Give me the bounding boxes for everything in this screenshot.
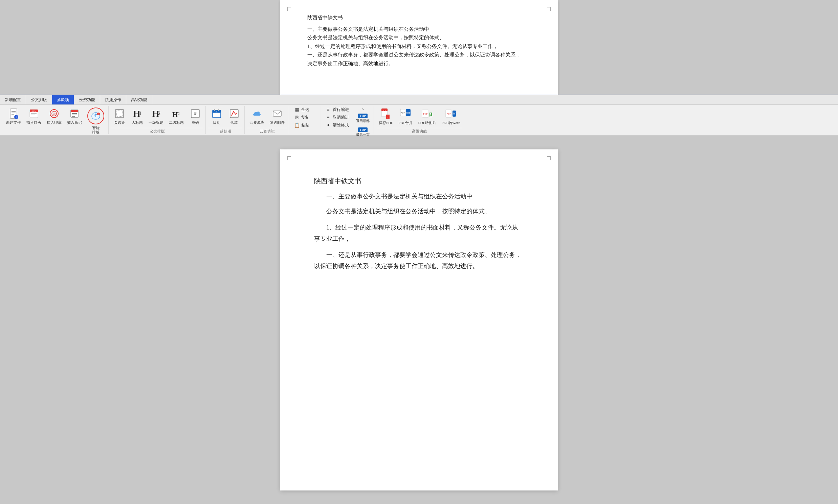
top-doc-line-1: 一、主要做事公务文书是法定机关与组织在公务活动中 — [307, 25, 531, 34]
toolbar: 新增配置 公文排版 落款项 云资功能 快捷操作 高级功能 — [0, 95, 838, 136]
clear-format-button[interactable]: ✦ 清除格式 — [323, 122, 351, 129]
cloud-items: 云资源库 发送邮件 — [247, 106, 287, 127]
h3-icon: H 2 — [170, 108, 183, 120]
main-area: 陕西省中铁文书 一、主要做事公务文书是法定机关与组织在公务活动中 公务文书是法定… — [0, 136, 838, 504]
clear-format-label: 清除格式 — [333, 122, 349, 128]
copy-label: 复制 — [301, 114, 309, 120]
insert-stamp-button[interactable]: 印 插入印章 — [45, 106, 64, 126]
date-button[interactable]: 31 日期 — [208, 106, 225, 126]
insert-note-button[interactable]: 插入版记 — [65, 106, 84, 126]
top-doc-text: 陕西省中铁文书 一、主要做事公务文书是法定机关与组织在公务活动中 公务文书是法定… — [307, 14, 531, 68]
insert-stamp-label: 插入印章 — [47, 120, 62, 125]
date-icon: 31 — [210, 108, 223, 120]
cloud-res-button[interactable]: 云资源库 — [247, 106, 267, 126]
quick-items: ▦ 全选 ⎘ 复制 📋 粘贴 ≡ 首行缩进 — [292, 106, 372, 139]
svg-text:↓: ↓ — [387, 115, 389, 118]
doc-title: 陕西省中铁文书 — [314, 177, 524, 185]
save-pdf-button[interactable]: PDF ↓ 保存PDF — [377, 106, 395, 127]
return-top-label: 返回顶部 — [356, 119, 370, 123]
return-top-button[interactable]: ⌃ TOP 返回顶部 — [354, 106, 372, 125]
h1-label: 大标题 — [132, 120, 143, 125]
top-document-partial: 陕西省中铁文书 一、主要做事公务文书是法定机关与组织在公务活动中 公务文书是法定… — [280, 0, 558, 95]
doc-format-items: 页边距 H 1 大标题 H — [112, 106, 203, 127]
margin-icon — [114, 108, 125, 120]
clear-format-icon: ✦ — [325, 122, 331, 128]
closing-items: 31 日期 — [208, 106, 242, 127]
top-doc-line-5: 决定事务使工作正确地、高效地进行。 — [307, 59, 531, 68]
tab-doc-format[interactable]: 公文排版 — [26, 95, 52, 105]
toolbar-group-cloud: 云资源库 发送邮件 云资功能 — [245, 106, 289, 134]
first-indent-label: 首行缩进 — [333, 107, 349, 112]
h3-button[interactable]: H 2 二级标题 — [167, 106, 186, 126]
doc-corner-tl — [287, 156, 291, 160]
tab-quick[interactable]: 快捷操作 — [100, 95, 126, 105]
signature-button[interactable]: 落款 — [226, 106, 242, 126]
doc-section-1: 一、主要做事公务文书是法定机关与组织在公务活动中 — [314, 192, 524, 200]
page-num-button[interactable]: # 页码 — [187, 106, 203, 126]
cloud-res-icon — [251, 108, 263, 120]
top-doc-title: 陕西省中铁文书 — [307, 14, 531, 22]
cloud-res-label: 云资源库 — [250, 120, 264, 125]
insert-red-head-label: 插入红头 — [27, 120, 41, 125]
pdf-to-img-button[interactable]: PDF PDF转图片 — [416, 106, 438, 127]
toolbar-tabs: 新增配置 公文排版 落款项 云资功能 快捷操作 高级功能 — [0, 95, 838, 105]
insert-stamp-icon: 印 — [48, 108, 60, 120]
h2-label: 一级标题 — [149, 120, 164, 125]
page-num-label: 页码 — [191, 120, 199, 125]
page-num-icon: # — [189, 108, 201, 120]
svg-text:PDF: PDF — [406, 111, 411, 114]
margin-button[interactable]: 页边距 — [112, 106, 127, 126]
svg-text:印: 印 — [53, 112, 55, 115]
svg-text:!: ! — [98, 113, 99, 115]
svg-point-53 — [430, 113, 431, 114]
svg-point-38 — [214, 109, 215, 111]
cancel-indent-button[interactable]: ≡ 取消缩进 — [323, 114, 351, 121]
new-file-button[interactable]: + 新建文件 — [4, 106, 23, 126]
h3-label: 二级标题 — [169, 120, 184, 125]
corner-mark-tr — [547, 7, 551, 11]
top-doc-line-2: 公务文书是法定机关与组织在公务活动中，按照特定的体式、 — [307, 34, 531, 42]
svg-text:PDF: PDF — [423, 112, 428, 115]
date-label: 日期 — [213, 120, 220, 125]
doc-para-1: 公务文书是法定机关与组织在公务活动中，按照特定的体式、 — [314, 206, 524, 217]
svg-point-39 — [218, 109, 219, 111]
tab-new-config[interactable]: 新增配置 — [0, 95, 26, 105]
paste-icon: 📋 — [294, 122, 300, 128]
paste-button[interactable]: 📋 粘贴 — [292, 122, 319, 129]
first-indent-button[interactable]: ≡ 首行缩进 — [323, 106, 351, 113]
margin-label: 页边距 — [114, 120, 125, 125]
h1-button[interactable]: H 1 大标题 — [129, 106, 145, 126]
svg-text:#: # — [194, 111, 196, 116]
pdf-merge-button[interactable]: PDF PDF PDF合并 — [396, 106, 415, 127]
doc-corner-tr — [547, 156, 551, 160]
pdf-to-img-label: PDF转图片 — [418, 120, 436, 125]
copy-icon: ⎘ — [294, 115, 300, 120]
select-all-label: 全选 — [301, 107, 309, 112]
tab-closing[interactable]: 落款项 — [52, 95, 74, 105]
h2-button[interactable]: H 2 一级标题 — [147, 106, 166, 126]
tab-cloud[interactable]: 云资功能 — [74, 95, 100, 105]
cloud-group-label: 云资功能 — [247, 128, 287, 134]
closing-group-label: 落款项 — [208, 128, 242, 134]
pdf-to-word-button[interactable]: PDF W PDF转Word — [440, 106, 462, 127]
send-email-button[interactable]: 发送邮件 — [268, 106, 287, 126]
smart-layout-button[interactable]: ! 智能排版 — [85, 106, 106, 136]
toolbar-group-doc-format: 页边距 H 1 大标题 H — [109, 106, 206, 134]
insert-note-label: 插入版记 — [67, 120, 82, 125]
top-doc-area: 陕西省中铁文书 一、主要做事公务文书是法定机关与组织在公务活动中 公务文书是法定… — [0, 0, 838, 95]
smart-layout-circle: ! — [87, 108, 104, 124]
top-doc-line-3: 1、经过一定的处理程序形成和使用的书面材料，又称公务文件。无论从事专业工作， — [307, 42, 531, 51]
svg-text:插入: 插入 — [32, 110, 36, 113]
main-document: 陕西省中铁文书 一、主要做事公务文书是法定机关与组织在公务活动中 公务文书是法定… — [280, 149, 558, 490]
tab-advanced[interactable]: 高级功能 — [126, 95, 152, 105]
doc-para-3: 一、还是从事行政事务，都要学会通过公文来传达政令政策、处理公务，以保证协调各种关… — [314, 250, 524, 271]
copy-button[interactable]: ⎘ 复制 — [292, 114, 319, 121]
new-config-items: + 新建文件 插入 — [4, 106, 106, 136]
svg-text:PDF: PDF — [383, 109, 387, 111]
send-email-icon — [271, 108, 283, 120]
select-all-button[interactable]: ▦ 全选 — [292, 106, 319, 113]
insert-red-head-button[interactable]: 插入 插入红头 — [24, 106, 43, 126]
toolbar-group-new-config: + 新建文件 插入 — [2, 106, 109, 134]
doc-format-group-label: 公文排版 — [112, 128, 203, 134]
corner-mark-tl — [287, 7, 291, 11]
